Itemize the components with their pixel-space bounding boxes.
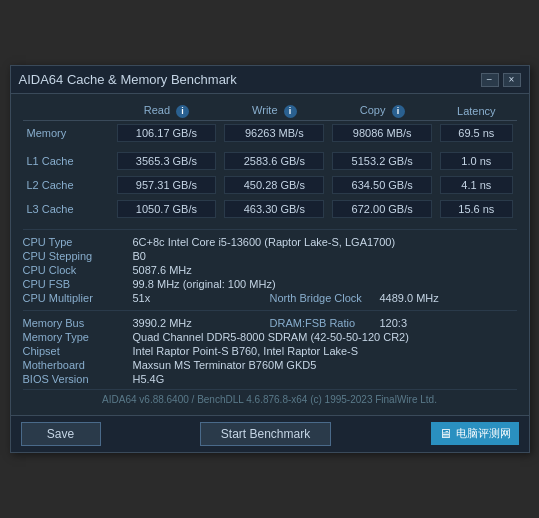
write-info-icon[interactable]: i xyxy=(284,105,297,118)
bios-row: BIOS Version H5.4G xyxy=(23,373,517,385)
cpu-fsb-row: CPU FSB 99.8 MHz (original: 100 MHz) xyxy=(23,278,517,290)
title-bar: AIDA64 Cache & Memory Benchmark − × xyxy=(11,66,529,94)
copy-value: 634.50 GB/s xyxy=(328,173,436,197)
watermark-icon: 🖥 xyxy=(439,426,452,441)
table-row: L2 Cache 957.31 GB/s 450.28 GB/s 634.50 … xyxy=(23,173,517,197)
col-header-read: Read i xyxy=(113,102,221,120)
cpu-stepping-label: CPU Stepping xyxy=(23,250,133,262)
chipset-label: Chipset xyxy=(23,345,133,357)
col-header-empty xyxy=(23,102,113,120)
read-value: 957.31 GB/s xyxy=(113,173,221,197)
footer-text: AIDA64 v6.88.6400 / BenchDLL 4.6.876.8-x… xyxy=(23,389,517,407)
table-row: L1 Cache 3565.3 GB/s 2583.6 GB/s 5153.2 … xyxy=(23,149,517,173)
motherboard-row: Motherboard Maxsun MS Terminator B760M G… xyxy=(23,359,517,371)
motherboard-label: Motherboard xyxy=(23,359,133,371)
chipset-value: Intel Raptor Point-S B760, Intel Raptor … xyxy=(133,345,517,357)
col-header-copy: Copy i xyxy=(328,102,436,120)
cpu-multiplier-label: CPU Multiplier xyxy=(23,292,133,304)
row-label: L3 Cache xyxy=(23,197,113,221)
latency-value: 69.5 ns xyxy=(436,120,516,145)
write-value: 450.28 GB/s xyxy=(220,173,328,197)
read-value: 1050.7 GB/s xyxy=(113,197,221,221)
memory-bus-value: 3990.2 MHz xyxy=(133,317,270,329)
latency-value: 1.0 ns xyxy=(436,149,516,173)
read-info-icon[interactable]: i xyxy=(176,105,189,118)
watermark: 🖥 电脑评测网 xyxy=(431,422,519,445)
cpu-fsb-label: CPU FSB xyxy=(23,278,133,290)
bios-value: H5.4G xyxy=(133,373,517,385)
chipset-row: Chipset Intel Raptor Point-S B760, Intel… xyxy=(23,345,517,357)
dram-fsb-label: DRAM:FSB Ratio xyxy=(270,317,380,329)
window-title: AIDA64 Cache & Memory Benchmark xyxy=(19,72,237,87)
memory-bus-row: Memory Bus 3990.2 MHz DRAM:FSB Ratio 120… xyxy=(23,317,517,329)
cpu-type-label: CPU Type xyxy=(23,236,133,248)
copy-value: 5153.2 GB/s xyxy=(328,149,436,173)
memory-type-label: Memory Type xyxy=(23,331,133,343)
row-label: L1 Cache xyxy=(23,149,113,173)
copy-value: 672.00 GB/s xyxy=(328,197,436,221)
latency-value: 4.1 ns xyxy=(436,173,516,197)
memory-type-row: Memory Type Quad Channel DDR5-8000 SDRAM… xyxy=(23,331,517,343)
write-value: 463.30 GB/s xyxy=(220,197,328,221)
north-bridge-value: 4489.0 MHz xyxy=(380,292,517,304)
divider-2 xyxy=(23,310,517,311)
divider-1 xyxy=(23,229,517,230)
save-button[interactable]: Save xyxy=(21,422,101,446)
memory-info-section: Memory Bus 3990.2 MHz DRAM:FSB Ratio 120… xyxy=(23,317,517,385)
memory-type-value: Quad Channel DDR5-8000 SDRAM (42-50-50-1… xyxy=(133,331,517,343)
write-value: 96263 MB/s xyxy=(220,120,328,145)
cpu-stepping-value: B0 xyxy=(133,250,517,262)
cpu-type-value: 6C+8c Intel Core i5-13600 (Raptor Lake-S… xyxy=(133,236,517,248)
main-window: AIDA64 Cache & Memory Benchmark − × Read… xyxy=(10,65,530,453)
write-value: 2583.6 GB/s xyxy=(220,149,328,173)
bios-label: BIOS Version xyxy=(23,373,133,385)
cpu-multiplier-row: CPU Multiplier 51x North Bridge Clock 44… xyxy=(23,292,517,304)
read-value: 106.17 GB/s xyxy=(113,120,221,145)
row-label: L2 Cache xyxy=(23,173,113,197)
read-value: 3565.3 GB/s xyxy=(113,149,221,173)
table-row: L3 Cache 1050.7 GB/s 463.30 GB/s 672.00 … xyxy=(23,197,517,221)
cpu-multiplier-value: 51x xyxy=(133,292,270,304)
memory-bus-label: Memory Bus xyxy=(23,317,133,329)
minimize-button[interactable]: − xyxy=(481,73,499,87)
cpu-clock-row: CPU Clock 5087.6 MHz xyxy=(23,264,517,276)
col-header-latency: Latency xyxy=(436,102,516,120)
cpu-clock-value: 5087.6 MHz xyxy=(133,264,517,276)
motherboard-value: Maxsun MS Terminator B760M GKD5 xyxy=(133,359,517,371)
main-content: Read i Write i Copy i Latency Memory xyxy=(11,94,529,415)
north-bridge-label: North Bridge Clock xyxy=(270,292,380,304)
close-button[interactable]: × xyxy=(503,73,521,87)
window-controls: − × xyxy=(481,73,521,87)
table-row: Memory 106.17 GB/s 96263 MB/s 98086 MB/s… xyxy=(23,120,517,145)
cpu-info-section: CPU Type 6C+8c Intel Core i5-13600 (Rapt… xyxy=(23,236,517,304)
copy-value: 98086 MB/s xyxy=(328,120,436,145)
cpu-fsb-value: 99.8 MHz (original: 100 MHz) xyxy=(133,278,517,290)
cpu-type-row: CPU Type 6C+8c Intel Core i5-13600 (Rapt… xyxy=(23,236,517,248)
bottom-bar: Save Start Benchmark 🖥 电脑评测网 xyxy=(11,415,529,452)
watermark-text: 电脑评测网 xyxy=(456,426,511,441)
copy-info-icon[interactable]: i xyxy=(392,105,405,118)
row-label: Memory xyxy=(23,120,113,145)
cpu-clock-label: CPU Clock xyxy=(23,264,133,276)
start-benchmark-button[interactable]: Start Benchmark xyxy=(200,422,331,446)
latency-value: 15.6 ns xyxy=(436,197,516,221)
dram-fsb-value: 120:3 xyxy=(380,317,517,329)
col-header-write: Write i xyxy=(220,102,328,120)
benchmark-table: Read i Write i Copy i Latency Memory xyxy=(23,102,517,221)
cpu-stepping-row: CPU Stepping B0 xyxy=(23,250,517,262)
